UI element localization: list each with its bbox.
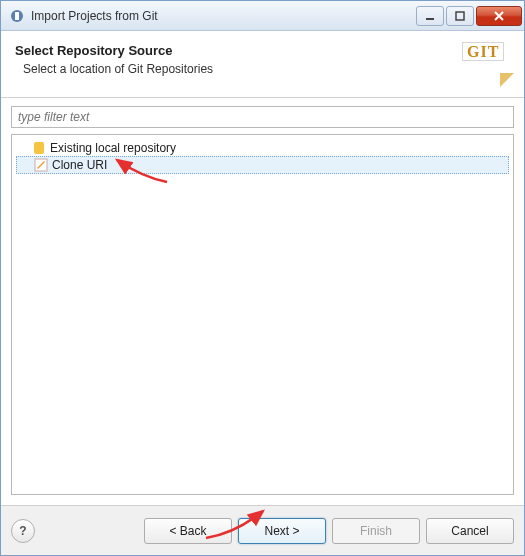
close-button[interactable]: [476, 6, 522, 26]
next-button[interactable]: Next >: [238, 518, 326, 544]
titlebar[interactable]: Import Projects from Git: [1, 1, 524, 31]
database-icon: [32, 141, 46, 155]
dialog-window: Import Projects from Git Select Reposito…: [0, 0, 525, 556]
source-clone-uri[interactable]: Clone URI: [16, 156, 509, 174]
svg-rect-3: [456, 12, 464, 20]
minimize-button[interactable]: [416, 6, 444, 26]
page-title: Select Repository Source: [15, 43, 462, 58]
tree-item-label: Existing local repository: [50, 141, 176, 155]
cancel-button[interactable]: Cancel: [426, 518, 514, 544]
wizard-header: Select Repository Source Select a locati…: [1, 31, 524, 98]
git-logo-icon: GIT: [462, 43, 510, 83]
page-subtitle: Select a location of Git Repositories: [23, 62, 462, 76]
app-icon: [9, 8, 25, 24]
svg-rect-1: [15, 12, 19, 20]
help-button[interactable]: ?: [11, 519, 35, 543]
window-controls: [416, 6, 522, 26]
maximize-button[interactable]: [446, 6, 474, 26]
finish-button[interactable]: Finish: [332, 518, 420, 544]
content-area: Existing local repository Clone URI: [1, 98, 524, 505]
window-title: Import Projects from Git: [31, 9, 416, 23]
source-existing-local[interactable]: Existing local repository: [14, 139, 511, 157]
filter-input[interactable]: [11, 106, 514, 128]
repository-source-list[interactable]: Existing local repository Clone URI: [11, 134, 514, 495]
button-bar: ? < Back Next > Finish Cancel: [1, 505, 524, 555]
back-button[interactable]: < Back: [144, 518, 232, 544]
edit-icon: [34, 158, 48, 172]
svg-rect-2: [426, 18, 434, 20]
tree-item-label: Clone URI: [52, 158, 107, 172]
